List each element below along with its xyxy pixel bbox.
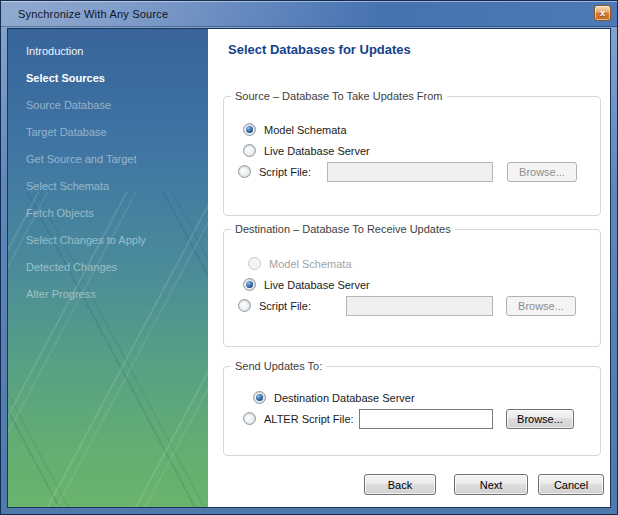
- source-script-file-input: [327, 162, 493, 182]
- radio-alter-script-file-label[interactable]: ALTER Script File:: [264, 413, 359, 425]
- close-icon: x: [600, 9, 605, 18]
- radio-destination-database-server-label[interactable]: Destination Database Server: [274, 392, 415, 404]
- main-panel: Select Databases for Updates Source – Da…: [208, 29, 610, 507]
- step-introduction: Introduction: [8, 38, 208, 65]
- close-button[interactable]: x: [594, 5, 611, 21]
- wizard-steps-sidebar: Introduction Select Sources Source Datab…: [8, 29, 208, 507]
- destination-browse-button: Browse...: [506, 296, 576, 316]
- step-select-changes-to-apply: Select Changes to Apply: [8, 227, 208, 254]
- radio-destination-database-server[interactable]: [253, 391, 266, 404]
- radio-destination-model-schemata-label: Model Schemata: [269, 258, 352, 270]
- back-button[interactable]: Back: [364, 474, 436, 495]
- radio-source-model-schemata-label[interactable]: Model Schemata: [264, 124, 347, 136]
- wizard-button-bar: Back Next Cancel: [208, 474, 604, 495]
- radio-source-live-database-server[interactable]: [243, 144, 256, 157]
- step-get-source-and-target: Get Source and Target: [8, 146, 208, 173]
- alter-script-file-input[interactable]: [359, 409, 493, 429]
- wizard-window: Synchronize With Any Source x Introducti…: [0, 0, 618, 515]
- next-button[interactable]: Next: [454, 474, 528, 495]
- step-source-database: Source Database: [8, 92, 208, 119]
- title-bar: Synchronize With Any Source x: [1, 1, 617, 27]
- radio-destination-live-database-server-label[interactable]: Live Database Server: [264, 279, 370, 291]
- step-target-database: Target Database: [8, 119, 208, 146]
- step-alter-progress: Alter Progress: [8, 281, 208, 308]
- radio-destination-script-file[interactable]: [238, 299, 251, 312]
- radio-alter-script-file[interactable]: [243, 412, 256, 425]
- destination-script-file-input: [346, 296, 493, 316]
- radio-source-live-database-server-label[interactable]: Live Database Server: [264, 145, 370, 157]
- source-browse-button: Browse...: [507, 162, 577, 182]
- group-destination: Destination – Database To Receive Update…: [223, 229, 601, 347]
- step-list: Introduction Select Sources Source Datab…: [8, 29, 208, 308]
- page-title: Select Databases for Updates: [228, 42, 610, 57]
- step-detected-changes: Detected Changes: [8, 254, 208, 281]
- group-source-title: Source – Database To Take Updates From: [231, 90, 447, 102]
- radio-source-script-file-label[interactable]: Script File:: [259, 166, 327, 178]
- window-title: Synchronize With Any Source: [18, 8, 168, 20]
- radio-source-script-file[interactable]: [238, 165, 251, 178]
- alter-browse-button[interactable]: Browse...: [506, 409, 574, 429]
- group-send-updates-to-title: Send Updates To:: [231, 360, 326, 372]
- group-source: Source – Database To Take Updates From M…: [223, 96, 601, 216]
- radio-destination-script-file-label[interactable]: Script File:: [259, 300, 346, 312]
- step-fetch-objects: Fetch Objects: [8, 200, 208, 227]
- cancel-button[interactable]: Cancel: [538, 474, 604, 495]
- radio-destination-model-schemata: [248, 257, 261, 270]
- radio-destination-live-database-server[interactable]: [243, 278, 256, 291]
- group-send-updates-to: Send Updates To: Destination Database Se…: [223, 366, 601, 456]
- group-destination-title: Destination – Database To Receive Update…: [231, 223, 455, 235]
- step-select-sources: Select Sources: [8, 65, 208, 92]
- radio-source-model-schemata[interactable]: [243, 123, 256, 136]
- step-select-schemata: Select Schemata: [8, 173, 208, 200]
- client-area: Introduction Select Sources Source Datab…: [7, 28, 611, 508]
